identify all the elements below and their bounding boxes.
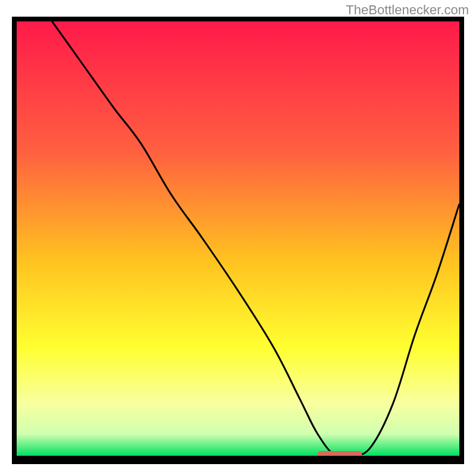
plot-frame bbox=[12, 17, 464, 464]
gradient-background bbox=[17, 21, 459, 456]
watermark-text: TheBottlenecker.com bbox=[346, 2, 469, 18]
chart-container: TheBottlenecker.com bbox=[0, 0, 476, 476]
optimal-range-marker bbox=[318, 451, 362, 456]
plot-svg bbox=[17, 21, 459, 456]
